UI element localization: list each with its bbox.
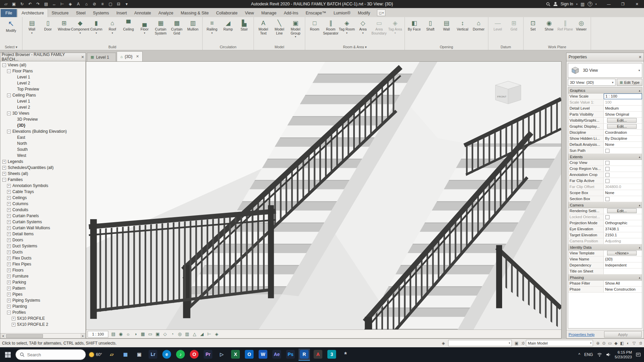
tab-annotate[interactable]: Annotate — [130, 9, 155, 17]
property-row[interactable]: Detail Level Medium — [568, 106, 642, 112]
tree-item[interactable]: Level 2 — [0, 80, 86, 86]
opera-icon[interactable]: O — [189, 349, 200, 361]
spotify-icon[interactable]: ♪ — [175, 349, 186, 361]
select-by-face-icon[interactable]: ◧ — [619, 340, 625, 346]
taskbar-clock[interactable]: 6:15 PM 5/23/2023 — [615, 350, 632, 360]
switch-windows-icon[interactable]: ⊟ — [115, 0, 122, 8]
tree-expander-icon[interactable] — [12, 100, 15, 103]
acrobat-icon[interactable]: A — [312, 349, 324, 361]
tree-item[interactable]: − Families — [0, 177, 86, 183]
weather-widget[interactable]: 60° — [89, 352, 102, 357]
panel-label-room-area[interactable]: Room & Area ▾ — [305, 44, 405, 50]
show-work-plane-button[interactable]: ◉ Show — [541, 18, 557, 44]
tree-item[interactable]: Level 1 — [0, 98, 86, 104]
highlight-displacement-icon[interactable]: ◢ — [198, 331, 206, 338]
redo-icon[interactable]: ↷ — [34, 0, 42, 8]
tab-insert[interactable]: Insert — [113, 9, 130, 17]
property-value[interactable] — [604, 178, 642, 184]
property-row[interactable]: Sun Path — [568, 148, 642, 154]
tree-item[interactable]: South — [0, 146, 86, 153]
property-row[interactable]: Scope Box None — [568, 190, 642, 196]
tree-item[interactable]: Top Preview — [0, 86, 86, 92]
properties-panel-header[interactable]: Properties ✕ — [566, 53, 644, 61]
section-icon[interactable]: ⊘ — [91, 0, 98, 8]
property-row[interactable]: Graphic Display... Edit... — [568, 124, 642, 130]
tree-expander-icon[interactable]: − — [2, 178, 6, 182]
active-workset-select[interactable]: ▾ — [448, 340, 512, 346]
tree-item[interactable]: Level 1 — [0, 74, 86, 80]
properties-close-icon[interactable]: ✕ — [639, 55, 642, 59]
stair-button[interactable]: ▙ Stair — [236, 18, 252, 44]
tree-item[interactable]: + Curtain Panels — [0, 213, 86, 219]
print-icon[interactable]: ▤ — [42, 0, 50, 8]
tree-expander-icon[interactable] — [12, 142, 15, 145]
tree-expander-icon[interactable]: + — [7, 256, 11, 260]
property-value[interactable]: Show All — [604, 281, 642, 286]
tree-item[interactable]: − 3D Views — [0, 110, 86, 116]
property-value[interactable] — [604, 166, 642, 172]
property-row[interactable]: Default Analysis... None — [568, 142, 642, 148]
tree-item[interactable]: West — [0, 153, 86, 159]
model-text-button[interactable]: A Model Text — [255, 18, 271, 44]
shadows-icon[interactable]: ◑ — [132, 331, 139, 338]
minimize-button[interactable]: — — [602, 0, 616, 8]
property-value[interactable]: Edit... — [607, 124, 637, 129]
wall-button[interactable]: ▤ Wall ▾ — [24, 18, 40, 44]
property-row[interactable]: Crop View — [568, 160, 642, 166]
scroll-right-icon[interactable]: ► — [80, 334, 86, 338]
select-pinned-icon[interactable]: ◆ — [613, 340, 619, 346]
taskbar-search[interactable] — [15, 349, 86, 360]
tree-expander-icon[interactable] — [12, 136, 15, 139]
property-row[interactable]: Rendering Setti... Edit... — [568, 208, 642, 214]
floor-button[interactable]: ▄ Floor ▾ — [137, 18, 153, 44]
language-indicator[interactable]: ENG — [584, 352, 593, 357]
scroll-left-icon[interactable]: ◄ — [0, 334, 5, 338]
tree-expander-icon[interactable] — [12, 87, 15, 91]
crop-view-icon[interactable]: ▭ — [147, 331, 154, 338]
tree-expander-icon[interactable] — [12, 106, 15, 109]
property-row[interactable]: Crop Region Vis... — [568, 166, 642, 172]
tree-item[interactable]: + Legends — [0, 159, 86, 165]
section-header-extents[interactable]: Extents ▴ — [568, 154, 642, 160]
lightroom-icon[interactable]: Lr — [147, 349, 159, 361]
3ds-max-icon[interactable]: 3 — [326, 349, 337, 361]
tree-item[interactable]: Level 2 — [0, 104, 86, 110]
railing-button[interactable]: ≡ Railing ▾ — [204, 18, 220, 44]
property-row[interactable]: Phase New Construction — [568, 287, 642, 293]
property-value[interactable]: None — [604, 142, 642, 147]
property-value[interactable]: Adjusting — [604, 238, 642, 244]
property-value[interactable]: 100 — [604, 100, 642, 105]
tree-expander-icon[interactable]: − — [7, 311, 11, 314]
customize-qat-icon[interactable]: ▾ — [123, 0, 130, 8]
property-value[interactable]: Independent — [604, 262, 642, 268]
tag-area-button[interactable]: ◈ Tag Area ▾ — [387, 18, 403, 44]
settings-icon[interactable]: * — [340, 349, 351, 361]
project-browser-header[interactable]: Project Browser - RAILING FAMILY BATCH..… — [0, 53, 86, 61]
word-icon[interactable]: W — [257, 349, 269, 361]
tab-file[interactable]: File — [1, 9, 17, 17]
after-effects-icon[interactable]: Ae — [271, 349, 282, 361]
property-row[interactable]: View Name {3D} — [568, 256, 642, 262]
tree-expander-icon[interactable]: + — [7, 190, 11, 194]
volume-icon[interactable] — [606, 353, 611, 357]
property-row[interactable]: View Template <None> — [568, 250, 642, 256]
tab-addins[interactable]: Add-Ins — [280, 9, 302, 17]
model-line-button[interactable]: ╲ Model Line — [271, 18, 287, 44]
tree-item[interactable]: + Columns — [0, 201, 86, 207]
section-header-graphics[interactable]: Graphics ▴ — [568, 87, 642, 94]
tree-item[interactable]: − Views (all) — [0, 62, 86, 68]
selection-toggle-dropdown[interactable]: ◻▾ — [377, 9, 385, 16]
collapse-section-icon[interactable]: ▴ — [639, 246, 640, 249]
tree-expander-icon[interactable]: + — [2, 166, 6, 170]
workset-dropdown-icon[interactable]: ▾ — [509, 342, 510, 345]
tree-expander-icon[interactable] — [12, 124, 15, 127]
property-value[interactable] — [604, 172, 642, 178]
property-value[interactable]: <None> — [607, 251, 637, 255]
property-row[interactable]: Visibility/Graphi... Edit... — [568, 118, 642, 124]
tab-lumion[interactable]: Lumion® — [330, 9, 354, 17]
ceiling-button[interactable]: ▀ Ceiling — [120, 18, 137, 44]
select-links-icon[interactable]: ⊙ — [601, 340, 607, 346]
tab-enscape[interactable]: Enscape™ — [302, 9, 330, 17]
property-row[interactable]: Target Elevation 2150.1 — [568, 232, 642, 238]
calendar-icon[interactable]: ▦ — [120, 349, 131, 361]
